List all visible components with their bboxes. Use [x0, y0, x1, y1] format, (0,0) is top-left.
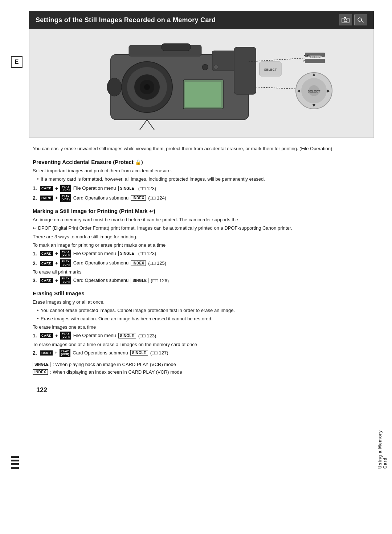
- page-ref: (□□ 124): [148, 195, 166, 201]
- svg-point-20: [202, 64, 208, 70]
- svg-text:►: ►: [303, 59, 306, 62]
- badge-index: INDEX: [131, 195, 146, 201]
- prevent-subtext: Select important images and protect them…: [33, 167, 370, 174]
- svg-text:▲: ▲: [311, 71, 317, 77]
- camera-icon: [341, 16, 350, 24]
- step-num: 2.: [33, 350, 38, 356]
- step-text: File Operation menu: [73, 250, 116, 257]
- print-icon: ↩): [149, 208, 155, 214]
- protect-icon: 🔒): [135, 159, 143, 165]
- section-erase: Erasing Still Images Erase images singly…: [33, 290, 370, 375]
- badge-card: CaRD: [40, 350, 53, 356]
- page-ref: (□□ 127): [150, 350, 168, 356]
- prevent-step-2: 2. CARD + PLAY(VCR) Card Operations subm…: [33, 194, 370, 202]
- svg-point-13: [107, 78, 122, 96]
- step-num: 2.: [33, 195, 38, 201]
- note-single-text: : When playing back an image in CARD PLA…: [53, 361, 176, 368]
- plus-sign: +: [55, 333, 58, 338]
- plus-sign: +: [55, 251, 58, 256]
- badge-single: SINGLE: [131, 278, 148, 283]
- page-title: Settings of the Still Images Recorded on…: [36, 16, 216, 24]
- erase-subtext: Erase images singly or all at once.: [33, 299, 370, 306]
- page-container: E Settings of the Still Images Recorded …: [0, 0, 392, 534]
- key-icon-box: [354, 15, 367, 25]
- svg-point-1: [344, 19, 347, 22]
- badge-index-note: INDEX: [33, 369, 48, 375]
- step-num: 1.: [33, 185, 38, 191]
- badge-card: CARD: [40, 251, 53, 256]
- page-number: 122: [36, 386, 370, 394]
- erase-all-label: To erase all print marks: [33, 269, 370, 275]
- badge-play: PLAY(VCR): [60, 332, 71, 340]
- step-text: Card Operations submenu: [73, 277, 128, 284]
- svg-text:SELECT: SELECT: [264, 68, 277, 71]
- sidebar-letter: E: [15, 59, 19, 65]
- svg-line-5: [363, 21, 363, 21]
- badge-card: CARD: [40, 196, 53, 201]
- page-ref: (□□ 125): [148, 260, 166, 266]
- svg-point-12: [144, 84, 150, 90]
- camera-image-area: SELECT ◄◄ ► SLIDE SHOW ▲ ▼ ◄ ► SELECT: [29, 29, 374, 138]
- step-text: File Operation menu: [73, 332, 116, 339]
- erase-bullet-1: You cannot erase protected images. Cance…: [37, 307, 370, 314]
- erase-heading: Erasing Still Images: [33, 290, 370, 296]
- plus-sign: +: [55, 260, 58, 266]
- plus-sign: +: [55, 186, 58, 191]
- badge-play: PLAY(VCR): [60, 250, 71, 258]
- to-mark-label: To mark an image for printing or erase p…: [33, 242, 370, 248]
- badge-play: PLAY(VCR): [60, 259, 71, 267]
- note-index-text: : When displaying an index screen in CAR…: [50, 369, 182, 375]
- svg-rect-17: [234, 47, 256, 94]
- step-text: Card Operations submenu: [73, 260, 128, 266]
- erase-step-1: 1. CARD + PLAY(VCR) File Operation menu …: [33, 332, 370, 340]
- content-area: You can easily erase unwanted still imag…: [29, 145, 374, 394]
- svg-text:►: ►: [326, 88, 331, 94]
- step-text: Card Operations submenu: [73, 195, 128, 201]
- step-text: File Operation menu: [73, 185, 116, 192]
- page-ref: (□□ 123): [138, 333, 156, 338]
- decorative-lines: [11, 456, 19, 469]
- print-step-3: 3. CARD + PLAY(VCR) Card Operations subm…: [33, 276, 370, 284]
- svg-text:▼: ▼: [311, 102, 317, 108]
- badge-index: INDEX: [131, 260, 146, 266]
- print-subtext1: An image on a memory card must be marked…: [33, 216, 370, 223]
- badge-card: CARD: [40, 333, 53, 338]
- erase-step-2: 2. CaRD + PLAY(VCR) Card Operations subm…: [33, 349, 370, 357]
- step-num: 2.: [33, 260, 38, 266]
- badge-single-note: SINGLE: [33, 362, 50, 367]
- badge-card: CARD: [40, 186, 53, 191]
- section-print: Marking a Still Image for Printing (Prin…: [33, 208, 370, 284]
- print-step-1: 1. CARD + PLAY(VCR) File Operation menu …: [33, 250, 370, 258]
- page-ref: (□□ 126): [151, 278, 169, 283]
- page-ref: (□□ 123): [138, 251, 156, 256]
- svg-rect-25: [305, 59, 325, 63]
- prevent-step-1: 1. CARD + PLAY(VCR) File Operation menu …: [33, 185, 370, 193]
- title-bar: Settings of the Still Images Recorded on…: [29, 11, 374, 29]
- ways-text: There are 3 ways to mark a still image f…: [33, 233, 370, 241]
- prevent-bullet: If a memory card is formatted, however, …: [37, 176, 370, 183]
- side-label: Using a Memory Card: [377, 418, 388, 469]
- svg-text:SELECT: SELECT: [307, 90, 320, 93]
- step-num: 1.: [33, 333, 38, 338]
- svg-rect-2: [344, 17, 346, 18]
- badge-card: CARD: [40, 261, 53, 266]
- badge-play: PLAY(VCR): [60, 349, 70, 357]
- prevent-heading: Preventing Accidental Erasure (Protect 🔒…: [33, 159, 370, 165]
- to-erase-all-label: To erase images one at a time or erase a…: [33, 342, 370, 347]
- print-subtext2: ↩ DPOF (Digital Print Order Format) prin…: [33, 225, 370, 232]
- badge-play: PLAY(VCR): [60, 185, 71, 193]
- note-index: INDEX : When displaying an index screen …: [33, 369, 370, 375]
- badge-single: SINGLE: [118, 186, 136, 191]
- badge-single: SINGLE: [118, 333, 136, 338]
- step-text: Card Operations submenu: [73, 350, 128, 356]
- plus-sign: +: [55, 278, 58, 283]
- camera-svg: SELECT ◄◄ ► SLIDE SHOW ▲ ▼ ◄ ► SELECT: [38, 33, 365, 134]
- page-ref: (□□ 123): [138, 186, 156, 191]
- step-num: 1.: [33, 251, 38, 256]
- key-icon: [357, 16, 365, 24]
- badge-single: SINGLE: [118, 251, 136, 256]
- badge-single: SINGLE: [130, 350, 148, 356]
- print-step-2: 2. CARD + PLAY(VCR) Card Operations subm…: [33, 259, 370, 267]
- to-erase-one-label: To erase images one at a time: [33, 324, 370, 330]
- badge-card: CARD: [40, 278, 53, 283]
